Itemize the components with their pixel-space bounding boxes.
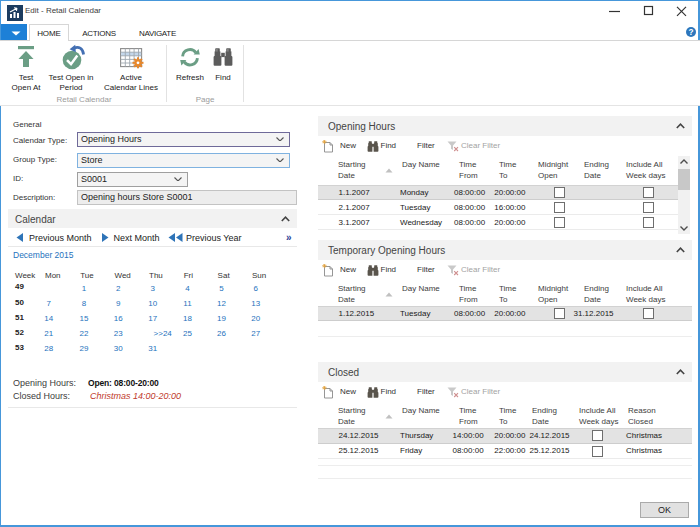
svg-text:?: ? [688,28,693,37]
